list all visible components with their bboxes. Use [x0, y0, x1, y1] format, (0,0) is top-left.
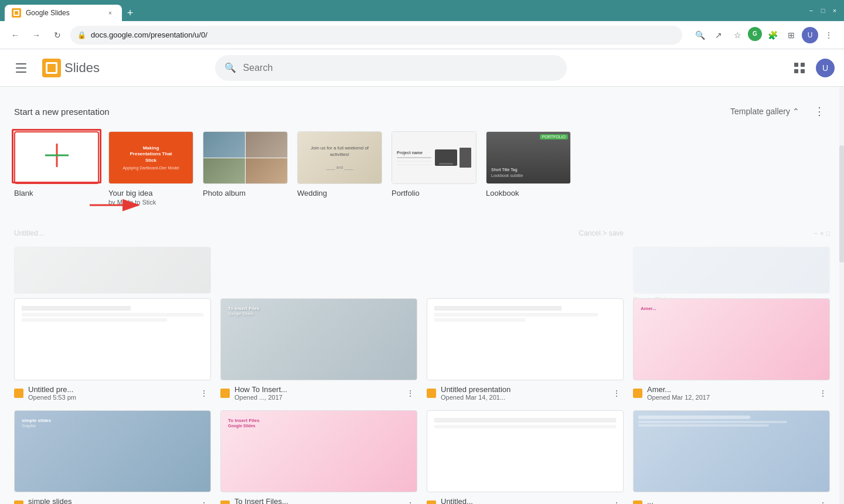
photo-album-label: Photo album — [203, 189, 288, 197]
pres-menu-btn-4[interactable]: ⋮ — [816, 386, 830, 400]
pres-card-5[interactable]: simple slidesGraphic simple slides ... ⋮ — [14, 410, 211, 504]
pres-menu-btn-8[interactable]: ⋮ — [816, 498, 830, 505]
svg-rect-1 — [801, 63, 805, 67]
window-controls: − □ × — [806, 6, 839, 15]
svg-rect-2 — [794, 69, 798, 73]
pres-menu-btn-1[interactable]: ⋮ — [197, 386, 211, 400]
lookbook-label: Lookbook — [486, 189, 571, 197]
templates-section: Start a new presentation Template galler… — [0, 101, 844, 220]
making-pres-subtitle: Applying Dartboard-Dier Model — [122, 166, 179, 170]
pres-thumb-0 — [14, 247, 211, 294]
making-pres-title: MakingPresentations ThatStick — [130, 145, 172, 164]
app-content: Slides 🔍 U — [0, 49, 844, 504]
minimize-button[interactable]: − — [806, 6, 816, 15]
lookbook-thumb[interactable]: PORTFOLIO Short Title TagLookbook subtit… — [486, 131, 571, 184]
app-logo-icon — [42, 59, 61, 77]
pres-menu-btn-3[interactable]: ⋮ — [610, 386, 624, 400]
refresh-button[interactable]: ↻ — [49, 27, 66, 43]
pres-title-2: How To Insert... — [234, 385, 399, 394]
pres-menu-btn-5[interactable]: ⋮ — [197, 498, 211, 505]
template-item-wedding[interactable]: Join us for a full weekend of activities… — [297, 131, 382, 197]
search-bar[interactable]: 🔍 — [215, 55, 567, 81]
pres-thumb-3 — [427, 298, 624, 380]
template-item-blank[interactable]: Blank — [14, 131, 99, 197]
pres-date-1: Opened 5:53 pm — [28, 394, 192, 401]
pres-info-6: To Insert Files... ... ⋮ — [220, 497, 417, 504]
bookmark-button[interactable]: ☆ — [729, 27, 746, 43]
pres-card-3[interactable]: Untitled presentation Opened Mar 14, 201… — [427, 298, 624, 401]
photo-cell-2 — [246, 132, 287, 158]
address-bar[interactable]: 🔒 docs.google.com/presentation/u/0/ — [70, 26, 682, 45]
pres-menu-btn-2[interactable]: ⋮ — [403, 386, 417, 400]
layout-button[interactable]: ⊞ — [783, 27, 799, 43]
pres-details-2: How To Insert... Opened ..., 2017 — [234, 385, 399, 401]
pres-menu-btn-6[interactable]: ⋮ — [403, 498, 417, 505]
hamburger-line-1 — [16, 63, 26, 64]
browser-profile-avatar[interactable]: U — [802, 27, 818, 43]
pres-details-6: To Insert Files... ... — [234, 497, 399, 504]
chevron-up-icon: ⌃ — [792, 107, 799, 116]
pres-date-4: Opened Mar 12, 2017 — [647, 394, 811, 401]
partial-label-1: Untitled... — [14, 224, 211, 242]
pres-info-2: How To Insert... Opened ..., 2017 ⋮ — [220, 385, 417, 401]
apps-grid-button[interactable] — [788, 56, 811, 80]
pres-thumb-8 — [633, 410, 830, 492]
template-item-portfolio[interactable]: Project name — [392, 131, 477, 197]
templates-title: Start a new presentation — [14, 107, 110, 117]
templates-more-button[interactable]: ⋮ — [809, 101, 830, 122]
recent-row-1: Untitled pre... Opened 5:53 pm ⋮ To Inse… — [14, 298, 830, 401]
pres-menu-btn-7[interactable]: ⋮ — [610, 498, 624, 505]
template-item-your-big-idea[interactable]: MakingPresentations ThatStick Applying D… — [108, 131, 193, 206]
pres-card-2[interactable]: To Insert FilesGoogle Slides How To Inse… — [220, 298, 417, 401]
scrollbar-thumb[interactable] — [839, 145, 844, 263]
pres-card-8[interactable]: ... ... ⋮ — [633, 410, 830, 504]
new-tab-button[interactable]: + — [122, 5, 138, 21]
wedding-thumb[interactable]: Join us for a full weekend of activities… — [297, 131, 382, 184]
pres-thumb-5: simple slidesGraphic — [14, 410, 211, 492]
pres-card-1[interactable]: Untitled pre... Opened 5:53 pm ⋮ — [14, 298, 211, 401]
pres-icon-1 — [14, 389, 23, 398]
forward-button[interactable]: → — [28, 27, 45, 43]
recent-row-0: Simple Slides made: nta... — [14, 247, 830, 294]
your-big-idea-thumb[interactable]: MakingPresentations ThatStick Applying D… — [108, 131, 193, 184]
template-gallery-button[interactable]: Template gallery ⌃ — [723, 103, 806, 120]
pres-card-7[interactable]: Untitled... ... ⋮ — [427, 410, 624, 504]
tab-close-button[interactable]: × — [106, 8, 115, 18]
pres-date-3: Opened Mar 14, 201... — [441, 394, 605, 401]
search-input[interactable] — [243, 63, 557, 73]
pres-details-4: Amer... Opened Mar 12, 2017 — [647, 385, 811, 401]
header-actions: U — [788, 56, 835, 80]
photo-album-thumb[interactable] — [203, 131, 288, 184]
tab-favicon-inner — [13, 10, 19, 16]
template-item-photo-album[interactable]: Photo album — [203, 131, 288, 197]
your-big-idea-label: Your big idea — [108, 189, 193, 197]
pres-icon-8 — [633, 500, 642, 505]
maximize-button[interactable]: □ — [818, 6, 828, 15]
pres-card-4[interactable]: Amer... Amer... Opened Mar 12, 2017 ⋮ — [633, 298, 830, 401]
close-button[interactable]: × — [830, 6, 839, 15]
pres-details-7: Untitled... ... — [441, 497, 605, 504]
photo-cell-1 — [203, 132, 245, 158]
pres-info-3: Untitled presentation Opened Mar 14, 201… — [427, 385, 624, 401]
blank-template-thumb[interactable] — [14, 131, 99, 184]
active-tab[interactable]: Google Slides × — [5, 5, 122, 21]
search-browser-button[interactable]: 🔍 — [692, 27, 708, 43]
back-button[interactable]: ← — [7, 27, 23, 43]
main-content[interactable]: Start a new presentation Template galler… — [0, 87, 844, 504]
pres-card-6[interactable]: To Insert FilesGoogle Slides To Insert F… — [220, 410, 417, 504]
portfolio-thumb[interactable]: Project name — [392, 131, 477, 184]
extension-icon[interactable]: G — [748, 27, 762, 41]
hamburger-button[interactable] — [9, 56, 33, 80]
pres-title-3: Untitled presentation — [441, 385, 605, 394]
template-item-lookbook[interactable]: PORTFOLIO Short Title TagLookbook subtit… — [486, 131, 571, 197]
share-button[interactable]: ↗ — [710, 27, 727, 43]
extensions-button[interactable]: 🧩 — [764, 27, 781, 43]
pres-info-1: Untitled pre... Opened 5:53 pm ⋮ — [14, 385, 211, 401]
pres-card-0[interactable] — [14, 247, 211, 294]
recent-row-2: simple slidesGraphic simple slides ... ⋮ — [14, 410, 830, 504]
browser-menu-button[interactable]: ⋮ — [821, 27, 837, 43]
user-avatar[interactable]: U — [816, 59, 835, 77]
photo-cell-4 — [246, 158, 287, 184]
template-gallery-label: Template gallery — [730, 107, 790, 116]
hamburger-line-3 — [16, 71, 26, 73]
